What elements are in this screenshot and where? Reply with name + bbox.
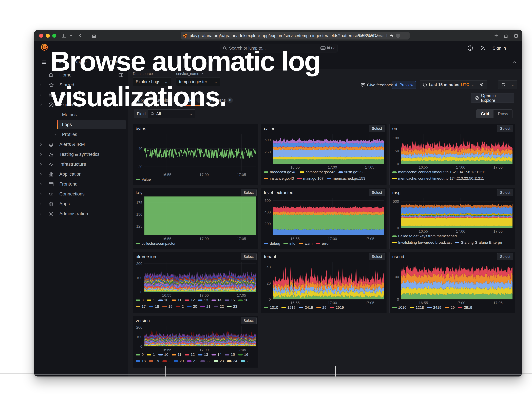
sidebar-item-logs[interactable]: Logs [34,120,128,130]
legend-item[interactable]: instance.go:43 [264,176,294,181]
legend-item[interactable]: error [316,241,329,246]
chevron-right-icon[interactable] [39,182,43,186]
help-icon[interactable] [468,45,473,51]
legend-item[interactable]: 19 [162,304,172,309]
legend-item[interactable]: 2419 [299,305,313,310]
chevron-right-icon[interactable] [54,133,57,136]
legend-item[interactable]: 15 [225,298,235,302]
grid-view-button[interactable]: Grid [476,110,494,118]
sidebar-item-profiles[interactable]: Profiles [34,130,128,139]
chart-tenant[interactable]: 16:5517:0017:0502040 [261,261,386,305]
legend-item[interactable]: 14 [211,298,222,302]
refresh-button[interactable] [498,81,508,89]
legend-item[interactable]: 12 [185,298,195,302]
chart-msg[interactable]: 16:5517:0017:050500 [390,197,515,234]
legend-item[interactable]: 12 [185,352,195,357]
chart-userid[interactable]: 16:5517:0017:050100 [390,261,515,305]
legend-item[interactable]: 1010 [392,305,406,310]
ellipsis-icon[interactable] [395,33,400,38]
legend-item[interactable]: 19 [149,359,159,363]
give-feedback-button[interactable]: Give feedback [361,83,393,87]
sign-in-link[interactable]: Sign in [493,46,506,51]
legend-item[interactable]: 2419 [427,305,441,310]
legend-item[interactable]: 29 [445,305,455,310]
chevron-right-icon[interactable] [39,153,43,156]
select-button[interactable]: Select [497,125,513,132]
chart-version[interactable]: 16:5517:0017:050100200 [133,324,258,352]
select-button[interactable]: Select [369,189,385,196]
minimize-window-button[interactable] [46,34,50,38]
chevron-right-icon[interactable] [39,143,43,146]
legend-item[interactable]: 1 [147,352,155,357]
sidebar-item-alerts-irm[interactable]: Alerts & IRM [34,139,128,149]
sidebar-item-infrastructure[interactable]: Infrastructure [34,159,128,169]
legend-item[interactable]: memcache: connect timeout to 162.134.158… [392,170,486,174]
sidebar-item-apps[interactable]: Apps [34,199,128,209]
browser-home-icon[interactable] [91,32,97,39]
legend-item[interactable]: 16 [238,352,248,357]
legend-item[interactable]: 11 [172,352,181,357]
window-controls[interactable] [39,34,56,38]
select-button[interactable]: Select [497,253,513,260]
legend-item[interactable]: warn [299,241,313,246]
legend-item[interactable]: memcache: connect timeout to 174.213.22.… [392,176,484,181]
chevron-right-icon[interactable] [39,93,43,97]
legend-item[interactable]: debug [264,241,280,246]
legend-item[interactable]: 22 [214,304,224,309]
legend-item[interactable]: 23 [214,359,224,363]
legend-item[interactable]: 2919 [458,305,472,310]
chart-bytes[interactable]: 16:5517:0017:052040 [133,132,258,177]
legend-item[interactable]: 2 [162,359,170,363]
legend-item[interactable]: 17 [136,304,146,309]
legend-item[interactable]: broadcast.go:48 [264,170,297,174]
legend-item[interactable]: 0 [136,352,144,357]
chart-caller[interactable]: 16:5517:0017:05250500 [261,132,386,170]
select-button[interactable]: Select [241,189,257,196]
back-button[interactable] [77,32,84,39]
legend-item[interactable]: 2 [241,359,248,363]
sidebar-item-testing-synthetics[interactable]: Testing & synthetics [34,149,128,159]
legend-item[interactable]: 21 [200,304,210,309]
chevron-right-icon[interactable] [39,83,43,87]
legend-item[interactable]: Failed to get keys from memcached [392,234,457,238]
legend-item[interactable]: Starting Grafana Enterpri [455,240,502,245]
sidebar-item-application[interactable]: Application [34,169,128,179]
legend-item[interactable]: 29 [317,305,326,310]
legend-item[interactable]: 1218 [410,305,424,310]
legend-item[interactable]: 13 [198,352,208,357]
rows-view-button[interactable]: Rows [494,110,512,118]
legend-item[interactable]: info [284,241,295,246]
refresh-interval-dropdown[interactable]: ⌄ [508,81,517,89]
tabs-overview-icon[interactable] [512,32,519,39]
open-in-explore-button[interactable]: Open in Explore [471,93,514,103]
chart-key[interactable]: 16:5517:0017:05125150175 [133,197,258,241]
legend-item[interactable]: flush.go:253 [338,170,365,174]
select-button[interactable]: Select [241,317,257,324]
legend-item[interactable]: 23 [227,304,237,309]
collapse-chevron-up-icon[interactable] [511,59,518,66]
legend-item[interactable]: memcached.go:153 [327,176,365,181]
legend-item[interactable]: 0 [136,298,144,302]
select-button[interactable]: Select [369,253,385,260]
chevron-down-icon[interactable] [39,103,43,106]
legend-item[interactable]: 14 [211,352,222,357]
legend-item[interactable]: 11 [172,298,181,302]
sidebar-item-administration[interactable]: Administration [34,209,128,219]
legend-item[interactable]: 16 [238,298,248,302]
select-button[interactable]: Select [497,189,513,196]
legend-item[interactable]: 10 [158,298,168,302]
legend-item[interactable]: main.go:107 [297,176,323,181]
chevron-right-icon[interactable] [39,202,43,206]
legend-item[interactable]: 22 [200,359,210,363]
sidebar-item-connections[interactable]: Connections [34,189,128,199]
select-button[interactable]: Select [369,125,385,132]
grafana-logo-icon[interactable] [40,43,48,51]
legend-item[interactable]: collectors/compactor [136,241,176,246]
zoom-out-button[interactable] [477,81,487,89]
close-window-button[interactable] [39,34,43,38]
legend-item[interactable]: 24 [227,359,237,363]
zoom-window-button[interactable] [52,34,56,38]
legend-item[interactable]: compactor.go:242 [300,170,335,174]
chart-oldVersion[interactable]: 16:5517:0017:050100200 [133,261,258,298]
share-icon[interactable] [503,32,509,39]
